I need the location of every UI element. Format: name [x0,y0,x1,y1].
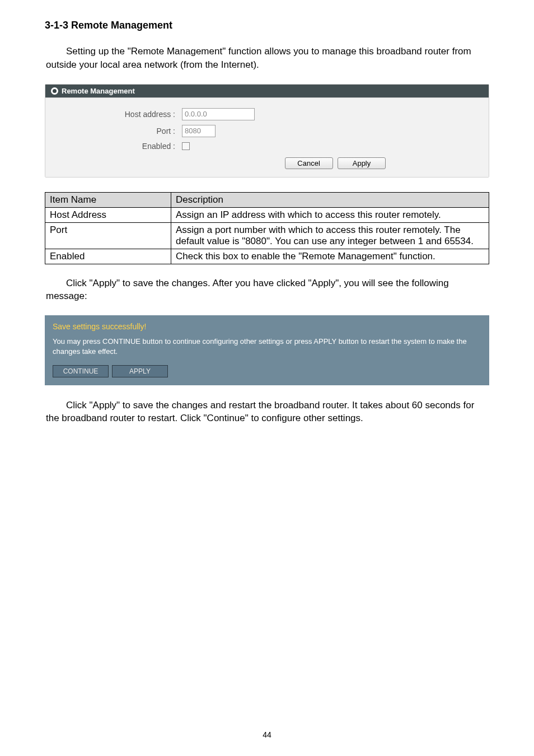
save-message: You may press CONTINUE button to continu… [53,337,481,357]
save-title: Save settings successfully! [53,322,481,331]
col-header-item: Item Name [45,192,171,207]
enabled-checkbox[interactable] [182,142,190,150]
save-button-row: CONTINUE APPLY [53,365,481,377]
page-number: 44 [0,730,534,739]
col-header-desc: Description [171,192,489,207]
cell-description: Check this box to enable the "Remote Man… [171,249,489,264]
save-settings-panel: Save settings successfully! You may pres… [45,315,489,385]
cell-item-name: Host Address [45,207,171,222]
cell-item-name: Port [45,222,171,249]
continue-button[interactable]: CONTINUE [53,365,109,377]
host-address-label: Host address : [59,110,182,119]
cell-item-name: Enabled [45,249,171,264]
section-heading: 3-1-3 Remote Management [45,20,489,31]
panel-button-row: Cancel Apply [59,155,475,169]
intro-paragraph: Setting up the "Remote Management" funct… [45,45,489,72]
table-header-row: Item Name Description [45,192,489,207]
host-address-input[interactable] [182,108,255,120]
panel-body: Host address : Port : Enabled : Cancel A… [45,98,489,177]
cell-description: Assign a port number with which to acces… [171,222,489,249]
table-row: Port Assign a port number with which to … [45,222,489,249]
table-row: Host Address Assign an IP address with w… [45,207,489,222]
cell-description: Assign an IP address with which to acces… [171,207,489,222]
description-table: Item Name Description Host Address Assig… [45,192,489,264]
enabled-row: Enabled : [59,142,475,151]
panel-header: Remote Management [45,85,489,98]
apply-button[interactable]: Apply [338,157,386,169]
host-address-row: Host address : [59,108,475,120]
port-label: Port : [59,127,182,136]
after-table-paragraph: Click "Apply" to save the changes. After… [45,277,489,304]
bullet-icon [51,87,58,95]
remote-management-panel: Remote Management Host address : Port : … [45,84,489,178]
enabled-label: Enabled : [59,142,182,151]
table-row: Enabled Check this box to enable the "Re… [45,249,489,264]
cancel-button[interactable]: Cancel [285,157,333,169]
port-row: Port : [59,125,475,137]
port-input[interactable] [182,125,216,137]
closing-paragraph: Click "Apply" to save the changes and re… [45,399,489,426]
panel-title: Remote Management [62,87,135,95]
apply-save-button[interactable]: APPLY [112,365,168,377]
